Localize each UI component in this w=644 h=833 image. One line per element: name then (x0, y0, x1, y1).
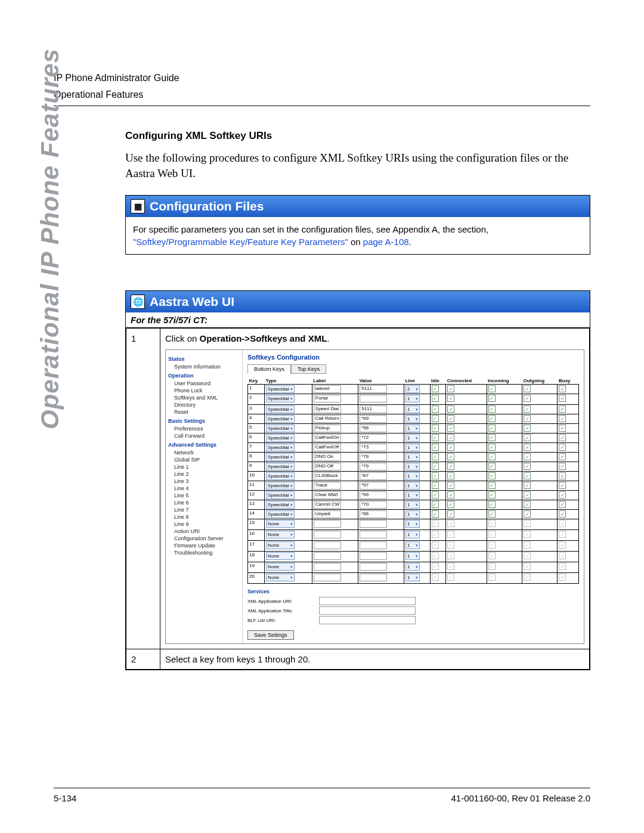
checkbox[interactable]: ✓ (524, 501, 531, 508)
type-select[interactable]: Speeddial▾ (266, 395, 295, 402)
checkbox[interactable]: ✓ (559, 405, 566, 413)
checkbox[interactable]: ✓ (432, 482, 439, 489)
value-input[interactable] (360, 563, 387, 571)
type-select[interactable]: None▾ (266, 574, 295, 581)
type-select[interactable]: Speeddial▾ (266, 453, 295, 461)
value-input[interactable]: *73 (360, 444, 387, 451)
value-input[interactable]: *79 (360, 463, 387, 470)
checkbox[interactable]: ✓ (559, 385, 566, 392)
checkbox[interactable]: ✓ (559, 510, 566, 518)
type-select[interactable]: None▾ (266, 531, 295, 538)
checkbox[interactable]: ✓ (447, 501, 454, 508)
checkbox[interactable]: ✓ (488, 472, 496, 479)
value-input[interactable]: *88 (360, 510, 387, 518)
nav-item[interactable]: Line 8 (168, 513, 240, 521)
line-select[interactable]: 1▾ (405, 510, 420, 518)
checkbox[interactable]: ✓ (488, 395, 496, 402)
checkbox[interactable]: ✓ (447, 491, 454, 498)
checkbox[interactable]: ✓ (447, 482, 454, 489)
checkbox[interactable]: ✓ (524, 434, 531, 441)
checkbox[interactable]: ✓ (432, 510, 439, 518)
label-input[interactable]: Cancel CW (314, 501, 341, 509)
type-select[interactable]: None▾ (266, 552, 295, 560)
page-link[interactable]: page A-108 (363, 237, 409, 247)
checkbox[interactable]: ✓ (488, 463, 496, 470)
type-select[interactable]: Speeddial▾ (266, 434, 295, 442)
line-select[interactable]: 1▾ (405, 434, 420, 442)
type-select[interactable]: Speeddial▾ (266, 510, 295, 518)
label-input[interactable]: Trace (314, 482, 341, 490)
nav-item[interactable]: Line 4 (168, 485, 240, 492)
checkbox[interactable]: ✓ (447, 510, 454, 518)
line-select[interactable]: 1▾ (405, 415, 420, 423)
nav-item[interactable]: Preferences (168, 425, 240, 432)
label-input[interactable]: Call Return (314, 415, 341, 423)
checkbox[interactable]: ✓ (432, 472, 439, 479)
type-select[interactable]: Speeddial▾ (266, 415, 295, 423)
line-select[interactable]: 1▾ (405, 541, 420, 549)
label-input[interactable]: DND Off (314, 463, 341, 470)
checkbox[interactable]: ✓ (432, 415, 439, 422)
type-select[interactable]: Speeddial▾ (266, 501, 295, 509)
checkbox[interactable]: ✓ (559, 434, 566, 441)
checkbox[interactable]: ✓ (447, 472, 454, 479)
checkbox[interactable]: ✓ (524, 491, 531, 498)
line-select[interactable]: 1▾ (405, 574, 420, 581)
label-input[interactable] (314, 520, 341, 528)
checkbox[interactable]: ✓ (524, 415, 531, 422)
type-select[interactable]: Speeddial▾ (266, 491, 295, 499)
value-input[interactable]: *99 (360, 491, 387, 499)
checkbox[interactable]: ✓ (488, 491, 496, 498)
nav-item[interactable]: Global SIP (168, 456, 240, 463)
value-input[interactable] (360, 541, 387, 549)
checkbox[interactable]: ✓ (432, 463, 439, 470)
checkbox[interactable]: ✓ (524, 472, 531, 479)
nav-item[interactable]: Softkeys and XML (168, 394, 240, 401)
checkbox[interactable]: ✓ (447, 453, 454, 460)
nav-item[interactable]: Line 3 (168, 478, 240, 485)
checkbox[interactable]: ✓ (447, 463, 454, 470)
checkbox[interactable]: ✓ (432, 395, 439, 402)
label-input[interactable]: Unpark (314, 510, 341, 518)
save-settings-button[interactable]: Save Settings (247, 630, 294, 640)
nav-item[interactable]: Firmware Update (168, 542, 240, 549)
label-input[interactable]: DND On (314, 453, 341, 461)
checkbox[interactable]: ✓ (524, 444, 531, 451)
checkbox[interactable]: ✓ (524, 405, 531, 413)
checkbox[interactable]: ✓ (447, 415, 454, 422)
checkbox[interactable]: ✓ (559, 463, 566, 470)
value-input[interactable]: *78 (360, 453, 387, 461)
value-input[interactable]: *69 (360, 415, 387, 423)
value-input[interactable] (360, 531, 387, 538)
line-select[interactable]: 1▾ (405, 501, 420, 509)
line-select[interactable]: 1▾ (405, 531, 420, 538)
value-input[interactable]: *98 (360, 425, 387, 432)
checkbox[interactable]: ✓ (524, 385, 531, 392)
checkbox[interactable]: ✓ (559, 453, 566, 460)
line-select[interactable]: 1▾ (405, 520, 420, 528)
label-input[interactable] (314, 574, 341, 581)
value-input[interactable]: 5111 (360, 405, 387, 413)
service-input[interactable] (319, 606, 416, 615)
checkbox[interactable]: ✓ (524, 510, 531, 518)
nav-item[interactable]: User Password (168, 380, 240, 387)
checkbox[interactable]: ✓ (559, 425, 566, 432)
checkbox[interactable]: ✓ (559, 444, 566, 451)
appendix-link[interactable]: "Softkey/Programmable Key/Feature Key Pa… (133, 237, 348, 247)
nav-item[interactable]: Line 1 (168, 463, 240, 470)
label-input[interactable]: CallFwdOff (314, 444, 341, 451)
checkbox[interactable]: ✓ (447, 405, 454, 413)
type-select[interactable]: Speeddial▾ (266, 472, 295, 480)
type-select[interactable]: Speeddial▾ (266, 482, 295, 490)
checkbox[interactable]: ✓ (447, 444, 454, 451)
label-input[interactable]: Portal (314, 395, 341, 402)
nav-item[interactable]: Network (168, 449, 240, 456)
service-input[interactable] (319, 616, 416, 624)
type-select[interactable]: Speeddial▾ (266, 405, 295, 413)
value-input[interactable]: 5111 (360, 385, 387, 393)
line-select[interactable]: 1▾ (405, 563, 420, 571)
line-select[interactable]: 1▾ (405, 405, 420, 413)
value-input[interactable] (360, 395, 387, 402)
label-input[interactable]: CallFwdOn (314, 434, 341, 442)
type-select[interactable]: None▾ (266, 563, 295, 571)
